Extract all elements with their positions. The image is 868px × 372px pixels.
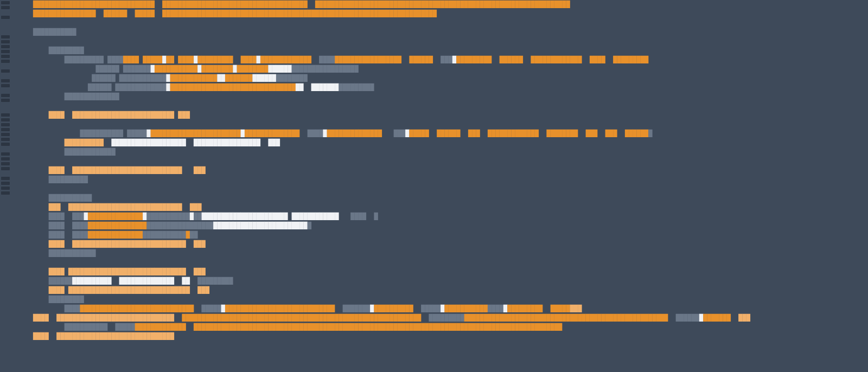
token: █ — [146, 130, 150, 137]
token: ██ ███████ — [296, 84, 339, 91]
minimap-tick — [1, 138, 10, 141]
minimap-tick — [1, 167, 10, 170]
token: ████ ███ — [17, 213, 84, 220]
minimap-tick — [1, 172, 10, 175]
token: █ — [167, 74, 170, 82]
minimap-tick — [1, 177, 10, 180]
minimap-tick — [1, 74, 10, 78]
code-line[interactable] — [17, 184, 868, 194]
minimap-tick — [1, 99, 10, 102]
code-line[interactable]: ████ ███████████████████████████████████… — [17, 212, 868, 221]
token: █ — [323, 130, 327, 137]
code-line[interactable]: ██████████ ████████ ████████ ███████████… — [17, 55, 868, 65]
token: ████ ██████████████████████████████ — [17, 332, 174, 340]
code-line[interactable] — [17, 120, 868, 129]
code-line[interactable]: ███████████ — [17, 28, 868, 37]
minimap-tick — [1, 157, 10, 161]
code-line[interactable] — [17, 18, 868, 28]
code-line[interactable]: █████████████ — [17, 147, 868, 157]
minimap[interactable] — [0, 0, 11, 372]
token: █████████████████████████████ — [80, 305, 194, 312]
token: █████ — [194, 305, 221, 312]
code-line[interactable]: ███████████ — [17, 194, 868, 203]
token: ███████████ — [143, 231, 186, 239]
token: ██████████ — [17, 176, 88, 183]
token: ███████████████████████████████ ████████… — [17, 1, 570, 8]
token: ████████████████ ██████ █████ ██████████… — [17, 10, 437, 17]
token: ████████████████████████████████████████… — [464, 314, 668, 322]
token: ███████ — [335, 305, 370, 312]
minimap-tick — [1, 69, 10, 73]
token: █ — [197, 65, 201, 73]
code-line[interactable]: ███ █████████████████████████████ ███ — [17, 203, 868, 212]
code-line[interactable] — [17, 157, 868, 166]
token: ████ ████████████████████████████ ███ — [17, 166, 206, 174]
token: █████████ — [421, 314, 464, 322]
code-line[interactable] — [17, 37, 868, 46]
code-line[interactable]: ██████ █████████████████████████████████… — [17, 65, 868, 74]
token: ████ — [17, 305, 80, 312]
code-line[interactable]: ███████████ ██████████████████ █████████… — [17, 323, 868, 332]
token: ██████ — [268, 65, 291, 73]
code-line[interactable] — [17, 258, 868, 267]
minimap-tick — [1, 79, 10, 82]
code-line[interactable]: ████ █████████████████████████████ ███ — [17, 240, 868, 249]
code-line[interactable]: ██████ █████████████████████████████████… — [17, 74, 868, 83]
token: ███ — [433, 56, 452, 63]
code-line[interactable]: ██████████████ — [17, 92, 868, 101]
token: ████████ — [237, 65, 269, 73]
token: ███████████████ — [88, 222, 146, 229]
token: █████████ ██████ █████████████ ████ ████… — [456, 56, 648, 63]
minimap-tick — [1, 191, 10, 195]
token: ████ █████ — [123, 56, 162, 63]
token: ████████████ — [170, 74, 218, 82]
token: █ — [233, 65, 237, 73]
minimap-tick — [1, 94, 10, 97]
code-line[interactable]: ████ ████████████████████████████████ — [17, 230, 868, 240]
token: █ — [241, 130, 245, 137]
token: ████ ██████████████████████████████ ███ — [17, 268, 206, 275]
code-line[interactable]: ████ ██████████████████████████████ ███ — [17, 267, 868, 277]
code-line[interactable]: █████████ — [17, 295, 868, 304]
token: █ — [257, 56, 260, 63]
minimap-tick — [1, 152, 10, 156]
token: ██ ████ — [167, 56, 194, 63]
minimap-tick — [1, 133, 10, 136]
token: █████ — [413, 305, 441, 312]
token: ████ ██████████████████████████ ███ — [17, 111, 190, 119]
token: ███ — [570, 305, 582, 312]
code-line[interactable]: ████████████████ ██████████████ ██ █████… — [17, 277, 868, 286]
code-line[interactable]: ███████████ ████████████████████████████… — [17, 129, 868, 138]
code-line[interactable]: ████ ███████████████████████████████ ███ — [17, 286, 868, 295]
token: ███████████ — [146, 213, 189, 220]
code-line[interactable]: ██████ █████████████████████████████████… — [17, 83, 868, 92]
code-area[interactable]: ███████████████████████████████ ████████… — [11, 0, 868, 372]
token: █ — [405, 130, 409, 137]
token: ██████████████ — [245, 130, 299, 137]
code-line[interactable]: ██████████ ███████████████████ █████████… — [17, 138, 868, 147]
code-line[interactable]: ████████████ — [17, 249, 868, 258]
token: ██████████ — [374, 305, 413, 312]
code-line[interactable]: ████ ██████████████████████████ ███ — [17, 111, 868, 120]
code-line[interactable]: ████ ██████████████████████████████ ████… — [17, 313, 868, 323]
minimap-tick — [1, 40, 10, 43]
token: ████ █████████████████████████████ ███ — [17, 240, 206, 248]
token: ███████████ █████ — [17, 323, 135, 331]
token: █████████████████ ██████ — [335, 56, 433, 63]
code-line[interactable]: ████████████████ ██████ █████ ██████████… — [17, 9, 868, 18]
minimap-tick — [1, 6, 10, 9]
token: ███████████ — [445, 305, 488, 312]
token: ██████ ███████ — [17, 65, 151, 73]
minimap-tick — [1, 187, 10, 190]
code-line[interactable] — [17, 101, 868, 111]
code-line[interactable]: ████ ███████████████████████████████████… — [17, 221, 868, 230]
code-line[interactable]: █████████ — [17, 46, 868, 55]
code-line[interactable]: ████ ████████████████████████████ ███ — [17, 166, 868, 175]
code-line[interactable]: ██████████ — [17, 175, 868, 184]
code-line[interactable]: ███████████████████████████████ ████████… — [17, 0, 868, 9]
code-line[interactable]: █████████████████████████████████ ██████… — [17, 304, 868, 313]
token: █████████████ ██████████████████████████… — [135, 323, 562, 331]
token: ████████████████████████ — [213, 222, 307, 229]
code-line[interactable]: ████ ██████████████████████████████ — [17, 332, 868, 341]
token: ███████████████████████ — [151, 130, 241, 137]
